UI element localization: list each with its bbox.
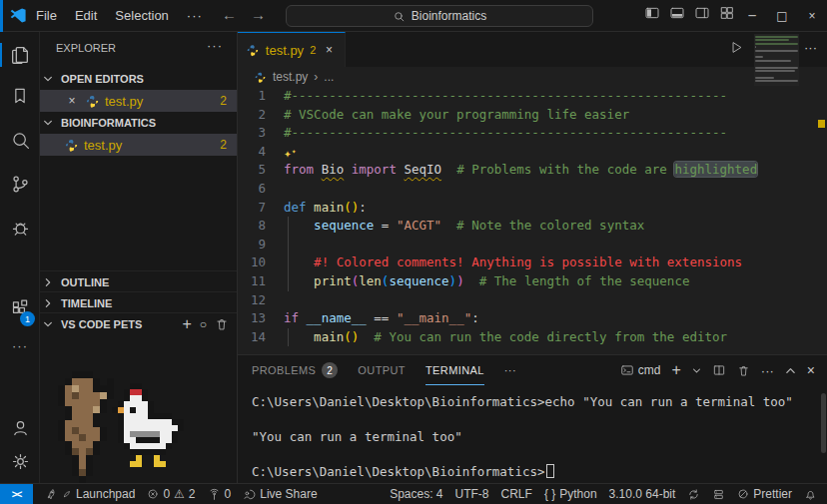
code-line[interactable]: 5from Bio import SeqIO # Problems with t… <box>238 161 827 180</box>
toggle-sidebar-icon[interactable] <box>644 5 660 21</box>
tab-testpy[interactable]: test.py 2 × <box>238 32 346 67</box>
tab-close-icon[interactable]: × <box>322 43 337 57</box>
code-line[interactable]: 11 print(len(sequence)) # The length of … <box>238 272 827 291</box>
shell-selector[interactable]: cmd <box>620 363 661 377</box>
notifications-status[interactable] <box>798 484 823 504</box>
close-panel-icon[interactable]: × <box>807 362 815 378</box>
code-line[interactable]: 12 <box>238 291 827 310</box>
breadcrumb-file[interactable]: test.py <box>273 70 308 84</box>
server-status[interactable] <box>706 484 731 504</box>
sidebar-more-actions[interactable]: ··· <box>207 38 223 53</box>
line-number[interactable]: 9 <box>238 236 284 254</box>
menu-selection[interactable]: Selection <box>106 4 177 27</box>
line-number[interactable]: 10 <box>238 253 284 272</box>
problems-status[interactable]: 0 ⚠ 2 <box>141 484 201 504</box>
tab-problems[interactable]: PROBLEMS 2 <box>252 355 338 385</box>
file-item-testpy[interactable]: test.py 2 <box>40 134 237 156</box>
add-pet-icon[interactable]: + <box>182 315 191 333</box>
sync-status[interactable] <box>681 484 706 504</box>
line-number[interactable]: 7 <box>238 199 284 218</box>
line-number[interactable]: 11 <box>238 272 284 291</box>
terminal-dropdown-icon[interactable] <box>692 366 701 375</box>
line-number[interactable]: 1 <box>238 87 284 106</box>
window-close-button[interactable]: × <box>797 0 827 32</box>
line-number[interactable]: 3 <box>238 124 284 143</box>
language-status[interactable]: { } Python <box>538 484 603 504</box>
menu-edit[interactable]: Edit <box>66 4 106 27</box>
tab-terminal[interactable]: TERMINAL <box>425 355 484 385</box>
terminal-output[interactable]: C:\Users\Daniel\Desktop\Bioinformatics>e… <box>252 393 813 481</box>
line-number[interactable]: 8 <box>238 217 284 236</box>
new-terminal-icon[interactable]: + <box>671 361 680 379</box>
breadcrumb[interactable]: test.py › ... <box>238 67 827 87</box>
indentation-status[interactable]: Spaces: 4 <box>384 484 448 504</box>
section-open-editors[interactable]: OPEN EDITORS <box>40 68 237 90</box>
section-vscode-pets[interactable]: VS CODE PETS + ○ <box>40 312 237 334</box>
nav-forward-icon[interactable]: → <box>251 6 266 23</box>
line-number[interactable]: 14 <box>238 328 284 347</box>
code-line[interactable]: 7def main(): <box>238 199 827 218</box>
code-line[interactable]: 3#--------------------------------------… <box>238 124 827 143</box>
panel-more-actions[interactable]: ··· <box>761 363 774 378</box>
activity-more[interactable]: ··· <box>8 333 32 357</box>
launchpad-item[interactable]: Launchpad <box>39 484 141 504</box>
split-terminal-icon[interactable] <box>712 363 726 377</box>
breadcrumb-more[interactable]: ... <box>324 70 334 84</box>
activity-source-control[interactable] <box>8 172 32 196</box>
panel-tabs-more[interactable]: ··· <box>504 364 516 376</box>
line-number[interactable]: 13 <box>238 309 284 328</box>
trash-icon[interactable] <box>215 317 229 331</box>
section-outline[interactable]: OUTLINE <box>40 270 237 292</box>
ports-status[interactable]: 0 <box>202 484 238 504</box>
code-area[interactable]: 1#--------------------------------------… <box>238 87 827 354</box>
run-button[interactable] <box>729 40 744 55</box>
line-number[interactable]: 4 <box>238 143 284 162</box>
section-folder[interactable]: BIOINFORMATICS <box>40 112 237 134</box>
code-line[interactable]: 8 sequence = "ACGT" # Note the colored s… <box>238 217 827 236</box>
terminal-scrollbar[interactable] <box>821 393 826 453</box>
live-share-item[interactable]: Live Share <box>237 484 323 504</box>
code-line[interactable]: 14 main() # You can run the code directl… <box>238 328 827 347</box>
throw-ball-icon[interactable]: ○ <box>200 317 207 331</box>
code-line[interactable]: 9 <box>238 236 827 254</box>
activity-accounts[interactable] <box>8 415 32 439</box>
code-line[interactable]: 4✦✦ <box>238 143 827 162</box>
prettier-status[interactable]: Prettier <box>731 484 798 504</box>
tab-output[interactable]: OUTPUT <box>358 355 406 385</box>
menu-more[interactable]: ··· <box>178 4 212 27</box>
maximize-panel-icon[interactable] <box>785 365 796 376</box>
code-line[interactable]: 6 <box>238 180 827 199</box>
encoding-status[interactable]: UTF-8 <box>449 484 495 504</box>
section-timeline[interactable]: TIMELINE <box>40 291 237 313</box>
toggle-secondary-sidebar-icon[interactable] <box>694 5 710 21</box>
toggle-panel-icon[interactable] <box>669 5 685 21</box>
window-minimize-button[interactable]: ─ <box>737 0 767 32</box>
code-line[interactable]: 1#--------------------------------------… <box>238 87 827 106</box>
editor-more-actions[interactable]: ··· <box>804 40 817 55</box>
code-line[interactable]: 10 #! Colored comments! Anything is poss… <box>238 253 827 272</box>
activity-explorer[interactable] <box>8 43 32 67</box>
line-number[interactable]: 12 <box>238 291 284 310</box>
activity-bookmarks[interactable] <box>8 84 32 108</box>
nav-back-icon[interactable]: ← <box>222 6 237 23</box>
activity-settings[interactable] <box>8 449 32 473</box>
menu-file[interactable]: File <box>27 4 66 27</box>
line-number[interactable]: 5 <box>238 161 284 180</box>
customize-layout-icon[interactable] <box>719 5 735 21</box>
minimap[interactable] <box>754 34 799 86</box>
line-number[interactable]: 2 <box>238 106 284 125</box>
interpreter-status[interactable]: 3.10.0 64-bit <box>603 484 682 504</box>
activity-search[interactable] <box>8 128 32 152</box>
open-editor-item-testpy[interactable]: × test.py 2 <box>40 90 237 112</box>
close-editor-icon[interactable]: × <box>64 94 80 108</box>
window-maximize-button[interactable]: □ <box>767 0 797 32</box>
remote-indicator[interactable]: >< <box>0 484 33 504</box>
code-line[interactable]: 13if __name__ == "__main__": <box>238 309 827 328</box>
line-number[interactable]: 6 <box>238 180 284 199</box>
command-center[interactable]: Bioinformatics <box>286 5 593 27</box>
code-line[interactable]: 2# VSCode can make your programming life… <box>238 106 827 125</box>
pet-chicken[interactable] <box>112 383 190 467</box>
eol-status[interactable]: CRLF <box>495 484 538 504</box>
kill-terminal-icon[interactable] <box>737 364 750 377</box>
activity-debug[interactable] <box>8 216 32 240</box>
